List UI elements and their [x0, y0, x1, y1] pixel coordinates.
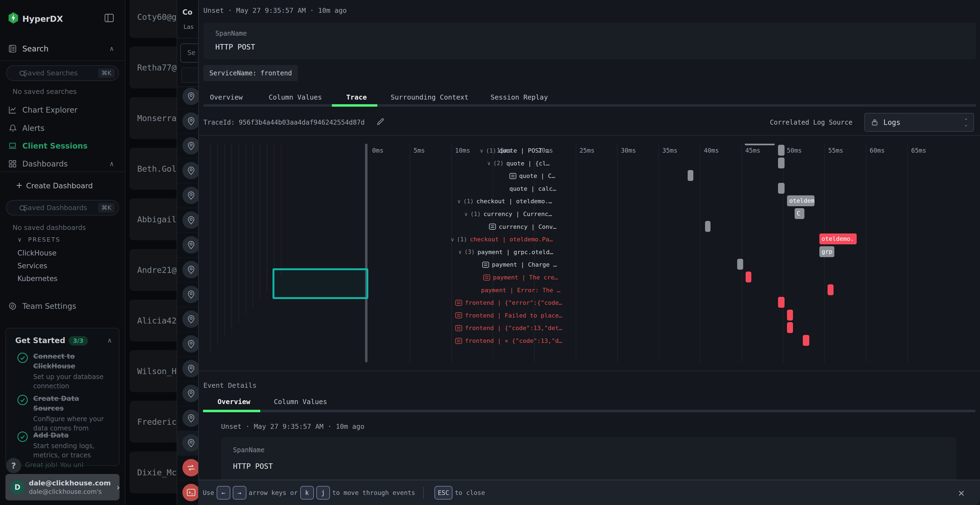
selected-events-highlight	[272, 268, 368, 299]
collapse-sidebar-icon[interactable]	[104, 14, 114, 22]
presets-toggle[interactable]: ∨ PRESETS	[18, 236, 60, 243]
saved-dashboards-input[interactable]: Saved Dashboards ⌘K	[6, 200, 119, 216]
get-started-item-desc: Start sending logs, metrics, or traces	[33, 441, 110, 460]
session-event-row[interactable]	[177, 306, 199, 332]
session-event-row[interactable]	[177, 332, 199, 357]
help-button[interactable]: ?	[6, 458, 21, 473]
span-label: frontend | {"code":13,"det…	[465, 325, 562, 332]
map-pin-icon	[182, 87, 199, 105]
span-label: currency | Conv…	[499, 223, 557, 230]
check-circle-icon	[17, 394, 28, 433]
log-source-select[interactable]: Logs ⌃⌃	[864, 113, 974, 132]
get-started-item-connect[interactable]: Connect to ClickHouse Set up your databa…	[17, 351, 110, 391]
span-count: (1)	[463, 198, 474, 205]
session-card[interactable]: Dixie_Mc	[130, 451, 177, 493]
session-search-input[interactable]: Se	[180, 43, 199, 63]
tab-overview[interactable]: Overview	[210, 90, 243, 105]
user-account-chip[interactable]: D dale@clickhouse.com dale@clickhouse.co…	[5, 474, 119, 500]
trace-tree-row[interactable]: quote | C…	[406, 170, 568, 182]
session-event-row[interactable]	[177, 158, 199, 183]
trace-tree-row[interactable]: frontend | {"error":{"code…	[406, 296, 568, 309]
trace-tree-row[interactable]: payment | Error: The …	[406, 284, 568, 297]
session-event-row[interactable]	[177, 282, 199, 307]
tab-trace[interactable]: Trace	[346, 90, 367, 105]
tab-ed-column-values[interactable]: Column Values	[274, 395, 327, 409]
service-name-chip[interactable]: ServiceName: frontend	[204, 65, 298, 81]
session-event-row[interactable]	[177, 84, 199, 109]
tab-session-replay[interactable]: Session Replay	[490, 90, 548, 105]
edit-pencil-icon[interactable]	[375, 117, 385, 127]
session-event-row[interactable]	[177, 381, 199, 406]
session-event-row[interactable]	[177, 356, 199, 381]
sidebar-item-kubernetes[interactable]: Kubernetes	[18, 275, 57, 283]
session-event-row[interactable]	[177, 133, 199, 159]
map-pin-icon	[182, 236, 199, 254]
get-started-item-desc: Configure where your data comes from	[33, 414, 110, 433]
session-card[interactable]: Andre21@	[130, 249, 177, 291]
session-card[interactable]: Coty60@g	[130, 0, 177, 38]
session-card[interactable]: Beth.Gol	[130, 148, 177, 190]
event-details-title: Event Details	[204, 381, 257, 389]
session-card[interactable]: Monserra	[130, 97, 177, 139]
sidebar-item-dashboards[interactable]: Dashboards ∧	[0, 155, 125, 173]
trace-tree-row[interactable]: frontend | {"code":13,"det…	[406, 322, 568, 334]
tab-column-values[interactable]: Column Values	[269, 90, 322, 105]
trace-tree-row[interactable]: ∨(1)checkout | oteldemo.Pa…	[406, 233, 568, 246]
session-event-row[interactable]	[177, 406, 199, 431]
close-icon[interactable]: ✕	[958, 486, 964, 499]
trace-tree-row[interactable]: ∨(1)checkout | oteldemo.…	[406, 195, 568, 208]
search-placeholder: Saved Searches	[24, 69, 98, 77]
session-event-row[interactable]	[177, 257, 199, 283]
session-event-row[interactable]	[177, 108, 199, 134]
log-source-value: Logs	[883, 118, 900, 127]
user-email: dale@clickhouse.com	[29, 479, 111, 488]
sidebar-item-services[interactable]: Services	[18, 262, 48, 270]
create-dashboard-button[interactable]: + Create Dashboard	[0, 177, 125, 195]
span-name-card: SpanName HTTP POST	[204, 22, 976, 59]
session-card[interactable]: Abbigail	[130, 199, 177, 240]
background-session-list: Coty60@gRetha77@MonserraBeth.GolAbbigail…	[130, 0, 177, 505]
sidebar-item-chart-explorer[interactable]: Chart Explorer	[0, 101, 125, 119]
session-event-row[interactable]	[177, 430, 199, 456]
trace-tree-row[interactable]: currency | Conv…	[406, 221, 568, 233]
session-event-row[interactable]	[177, 232, 199, 258]
session-card[interactable]: Wilson_H	[130, 350, 177, 392]
session-event-row-error[interactable]	[177, 480, 199, 505]
trace-tree-row[interactable]: ∨(1)currency | Currenc…	[406, 208, 568, 221]
trace-tree-row[interactable]: quote | calc…	[406, 182, 568, 195]
chevron-up-icon[interactable]: ∧	[107, 337, 112, 344]
sidebar-item-alerts[interactable]: Alerts	[0, 119, 125, 137]
footer-divider	[423, 487, 424, 499]
trace-tree-row[interactable]: frontend | × {"code":13,"d…	[406, 334, 568, 347]
session-card[interactable]: Frederic	[130, 401, 177, 443]
trace-tree-row[interactable]: ∨(3)payment | grpc.oteld…	[406, 246, 568, 259]
session-card-name: Andre21@	[137, 265, 177, 275]
session-event-row-error[interactable]	[177, 455, 199, 481]
trace-tree-row[interactable]: ∨(2)quote | {cl…	[406, 157, 568, 170]
sidebar-item-client-sessions[interactable]: Client Sessions	[0, 137, 125, 154]
service-name-text: ServiceName: frontend	[209, 69, 292, 77]
span-label: payment | Charge …	[492, 261, 557, 268]
get-started-item-add-data[interactable]: Add Data Start sending logs, metrics, or…	[17, 430, 110, 460]
sidebar-item-search[interactable]: Search ∧	[0, 40, 125, 57]
trace-tree-row[interactable]: payment | The cre…	[406, 271, 568, 284]
trace-tree-row[interactable]: payment | Charge …	[406, 258, 568, 271]
tree-scrollbar[interactable]	[365, 144, 368, 362]
trace-tree-row[interactable]: ∨(1)quote | POST …	[406, 144, 568, 157]
session-event-row[interactable]	[177, 208, 199, 233]
session-action-button[interactable]	[181, 67, 199, 83]
tab-ed-overview[interactable]: Overview	[218, 395, 250, 409]
sidebar-item-clickhouse[interactable]: ClickHouse	[18, 249, 56, 257]
get-started-item-sources[interactable]: Create Data Sources Configure where your…	[17, 394, 110, 433]
session-card[interactable]: Retha77@	[130, 46, 177, 89]
tab-surrounding-context[interactable]: Surrounding Context	[391, 90, 468, 105]
sidebar-item-team-settings[interactable]: Team Settings	[0, 297, 125, 315]
session-event-row[interactable]	[177, 183, 199, 208]
trace-tree-row[interactable]: frontend | Failed to place…	[406, 309, 568, 322]
saved-searches-input[interactable]: Saved Searches ⌘K	[6, 65, 119, 81]
brand-name: HyperDX	[22, 14, 63, 24]
span-count: (2)	[493, 160, 504, 167]
session-card[interactable]: Alicia42	[130, 300, 177, 341]
session-card-name: Monserra	[137, 113, 177, 123]
chevron-up-icon: ∧	[109, 160, 114, 168]
